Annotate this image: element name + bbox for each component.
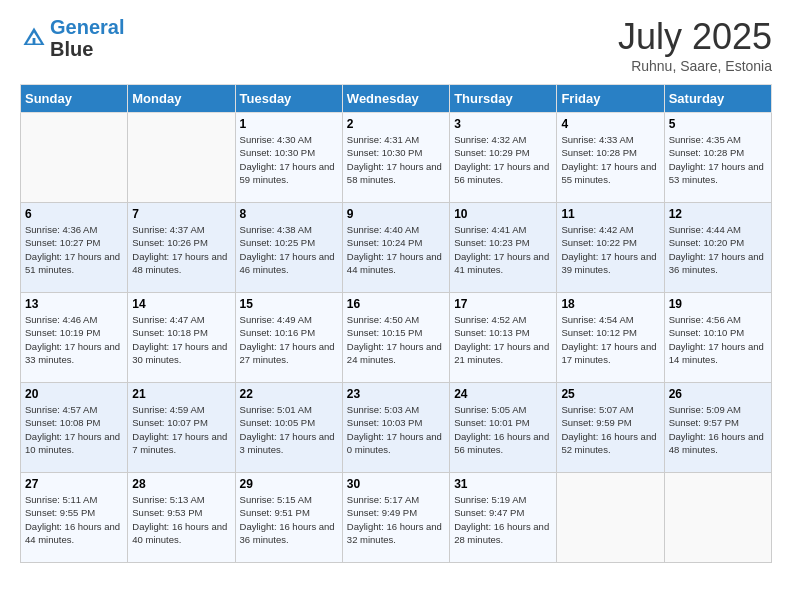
day-number: 31 (454, 477, 552, 491)
day-detail: Sunrise: 4:31 AMSunset: 10:30 PMDaylight… (347, 133, 445, 186)
day-cell: 27Sunrise: 5:11 AMSunset: 9:55 PMDayligh… (21, 473, 128, 563)
title-block: July 2025 Ruhnu, Saare, Estonia (618, 16, 772, 74)
week-row-2: 6Sunrise: 4:36 AMSunset: 10:27 PMDayligh… (21, 203, 772, 293)
day-cell: 17Sunrise: 4:52 AMSunset: 10:13 PMDaylig… (450, 293, 557, 383)
day-detail: Sunrise: 4:41 AMSunset: 10:23 PMDaylight… (454, 223, 552, 276)
day-number: 20 (25, 387, 123, 401)
day-cell: 13Sunrise: 4:46 AMSunset: 10:19 PMDaylig… (21, 293, 128, 383)
day-detail: Sunrise: 4:59 AMSunset: 10:07 PMDaylight… (132, 403, 230, 456)
header: General Blue July 2025 Ruhnu, Saare, Est… (20, 16, 772, 74)
day-detail: Sunrise: 5:19 AMSunset: 9:47 PMDaylight:… (454, 493, 552, 546)
day-number: 21 (132, 387, 230, 401)
day-number: 19 (669, 297, 767, 311)
logo-icon (20, 24, 48, 52)
day-cell: 21Sunrise: 4:59 AMSunset: 10:07 PMDaylig… (128, 383, 235, 473)
day-cell: 28Sunrise: 5:13 AMSunset: 9:53 PMDayligh… (128, 473, 235, 563)
day-detail: Sunrise: 5:13 AMSunset: 9:53 PMDaylight:… (132, 493, 230, 546)
day-cell: 16Sunrise: 4:50 AMSunset: 10:15 PMDaylig… (342, 293, 449, 383)
day-cell: 30Sunrise: 5:17 AMSunset: 9:49 PMDayligh… (342, 473, 449, 563)
day-cell (128, 113, 235, 203)
day-detail: Sunrise: 4:49 AMSunset: 10:16 PMDaylight… (240, 313, 338, 366)
day-number: 8 (240, 207, 338, 221)
day-detail: Sunrise: 4:30 AMSunset: 10:30 PMDaylight… (240, 133, 338, 186)
day-number: 9 (347, 207, 445, 221)
day-cell: 3Sunrise: 4:32 AMSunset: 10:29 PMDayligh… (450, 113, 557, 203)
day-cell: 9Sunrise: 4:40 AMSunset: 10:24 PMDayligh… (342, 203, 449, 293)
day-cell: 14Sunrise: 4:47 AMSunset: 10:18 PMDaylig… (128, 293, 235, 383)
day-number: 1 (240, 117, 338, 131)
day-cell: 24Sunrise: 5:05 AMSunset: 10:01 PMDaylig… (450, 383, 557, 473)
day-cell: 2Sunrise: 4:31 AMSunset: 10:30 PMDayligh… (342, 113, 449, 203)
day-cell: 1Sunrise: 4:30 AMSunset: 10:30 PMDayligh… (235, 113, 342, 203)
day-number: 6 (25, 207, 123, 221)
weekday-header-wednesday: Wednesday (342, 85, 449, 113)
weekday-header-thursday: Thursday (450, 85, 557, 113)
day-cell: 25Sunrise: 5:07 AMSunset: 9:59 PMDayligh… (557, 383, 664, 473)
day-detail: Sunrise: 4:54 AMSunset: 10:12 PMDaylight… (561, 313, 659, 366)
day-number: 10 (454, 207, 552, 221)
day-detail: Sunrise: 5:11 AMSunset: 9:55 PMDaylight:… (25, 493, 123, 546)
day-number: 15 (240, 297, 338, 311)
day-number: 4 (561, 117, 659, 131)
day-number: 16 (347, 297, 445, 311)
calendar-header: SundayMondayTuesdayWednesdayThursdayFrid… (21, 85, 772, 113)
day-detail: Sunrise: 5:03 AMSunset: 10:03 PMDaylight… (347, 403, 445, 456)
day-detail: Sunrise: 4:42 AMSunset: 10:22 PMDaylight… (561, 223, 659, 276)
day-detail: Sunrise: 5:15 AMSunset: 9:51 PMDaylight:… (240, 493, 338, 546)
day-detail: Sunrise: 4:38 AMSunset: 10:25 PMDaylight… (240, 223, 338, 276)
day-number: 26 (669, 387, 767, 401)
svg-rect-2 (33, 38, 36, 45)
day-cell (664, 473, 771, 563)
day-number: 29 (240, 477, 338, 491)
day-cell: 26Sunrise: 5:09 AMSunset: 9:57 PMDayligh… (664, 383, 771, 473)
day-number: 3 (454, 117, 552, 131)
day-detail: Sunrise: 4:36 AMSunset: 10:27 PMDaylight… (25, 223, 123, 276)
day-detail: Sunrise: 4:52 AMSunset: 10:13 PMDaylight… (454, 313, 552, 366)
day-number: 23 (347, 387, 445, 401)
day-detail: Sunrise: 4:32 AMSunset: 10:29 PMDaylight… (454, 133, 552, 186)
weekday-header-friday: Friday (557, 85, 664, 113)
logo: General Blue (20, 16, 124, 60)
page: General Blue July 2025 Ruhnu, Saare, Est… (0, 0, 792, 583)
location-subtitle: Ruhnu, Saare, Estonia (618, 58, 772, 74)
day-detail: Sunrise: 4:47 AMSunset: 10:18 PMDaylight… (132, 313, 230, 366)
day-number: 5 (669, 117, 767, 131)
calendar-body: 1Sunrise: 4:30 AMSunset: 10:30 PMDayligh… (21, 113, 772, 563)
month-title: July 2025 (618, 16, 772, 58)
week-row-3: 13Sunrise: 4:46 AMSunset: 10:19 PMDaylig… (21, 293, 772, 383)
week-row-5: 27Sunrise: 5:11 AMSunset: 9:55 PMDayligh… (21, 473, 772, 563)
day-cell: 22Sunrise: 5:01 AMSunset: 10:05 PMDaylig… (235, 383, 342, 473)
day-cell: 23Sunrise: 5:03 AMSunset: 10:03 PMDaylig… (342, 383, 449, 473)
weekday-header-saturday: Saturday (664, 85, 771, 113)
day-cell: 18Sunrise: 4:54 AMSunset: 10:12 PMDaylig… (557, 293, 664, 383)
day-cell: 29Sunrise: 5:15 AMSunset: 9:51 PMDayligh… (235, 473, 342, 563)
day-cell (21, 113, 128, 203)
day-cell: 7Sunrise: 4:37 AMSunset: 10:26 PMDayligh… (128, 203, 235, 293)
day-cell: 12Sunrise: 4:44 AMSunset: 10:20 PMDaylig… (664, 203, 771, 293)
day-number: 7 (132, 207, 230, 221)
day-cell: 11Sunrise: 4:42 AMSunset: 10:22 PMDaylig… (557, 203, 664, 293)
weekday-header-monday: Monday (128, 85, 235, 113)
day-detail: Sunrise: 4:46 AMSunset: 10:19 PMDaylight… (25, 313, 123, 366)
day-number: 11 (561, 207, 659, 221)
day-detail: Sunrise: 4:33 AMSunset: 10:28 PMDaylight… (561, 133, 659, 186)
day-number: 27 (25, 477, 123, 491)
day-cell: 15Sunrise: 4:49 AMSunset: 10:16 PMDaylig… (235, 293, 342, 383)
weekday-header-sunday: Sunday (21, 85, 128, 113)
logo-line1: General (50, 16, 124, 38)
day-number: 13 (25, 297, 123, 311)
day-cell: 6Sunrise: 4:36 AMSunset: 10:27 PMDayligh… (21, 203, 128, 293)
day-number: 12 (669, 207, 767, 221)
day-number: 18 (561, 297, 659, 311)
day-cell: 4Sunrise: 4:33 AMSunset: 10:28 PMDayligh… (557, 113, 664, 203)
day-detail: Sunrise: 4:50 AMSunset: 10:15 PMDaylight… (347, 313, 445, 366)
day-number: 14 (132, 297, 230, 311)
day-number: 2 (347, 117, 445, 131)
day-number: 22 (240, 387, 338, 401)
day-detail: Sunrise: 4:44 AMSunset: 10:20 PMDaylight… (669, 223, 767, 276)
day-number: 28 (132, 477, 230, 491)
weekday-row: SundayMondayTuesdayWednesdayThursdayFrid… (21, 85, 772, 113)
day-cell: 10Sunrise: 4:41 AMSunset: 10:23 PMDaylig… (450, 203, 557, 293)
day-cell: 20Sunrise: 4:57 AMSunset: 10:08 PMDaylig… (21, 383, 128, 473)
calendar-table: SundayMondayTuesdayWednesdayThursdayFrid… (20, 84, 772, 563)
